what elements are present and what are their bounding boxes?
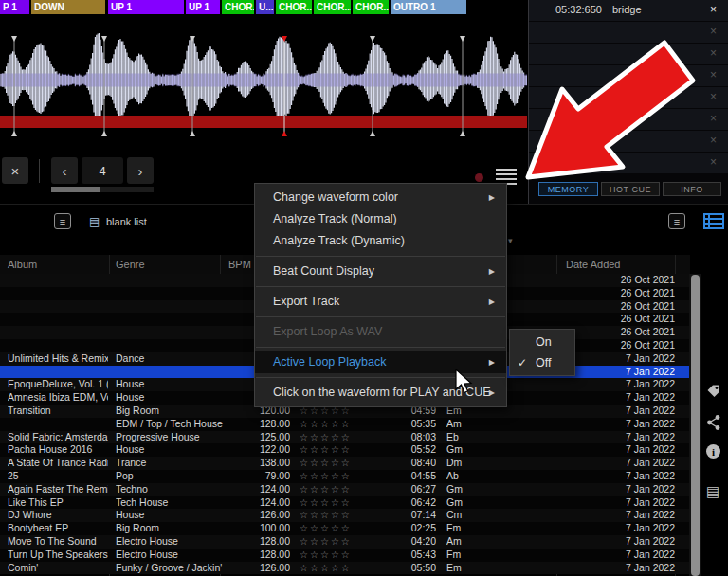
rating-stars[interactable]: ☆☆☆☆☆ xyxy=(300,549,379,562)
phrase-marker[interactable]: CHOR... xyxy=(276,0,312,14)
cell-time: 04:20 xyxy=(381,535,436,549)
phrase-marker[interactable]: UP 1 xyxy=(108,0,184,14)
delete-cue-icon[interactable]: × xyxy=(710,134,717,147)
table-row[interactable]: Like This EPTech House124.00☆☆☆☆☆06:42Gm… xyxy=(0,496,690,510)
playlist-name[interactable]: blank list xyxy=(106,216,147,227)
tab-memory[interactable]: MEMORY xyxy=(538,182,598,196)
tab-hot-cue[interactable]: HOT CUE xyxy=(601,182,660,196)
table-row[interactable]: Comin'Funky / Groove / Jackin'126.00☆☆☆☆… xyxy=(0,562,690,575)
phrase-marker[interactable]: OUTRO 1 xyxy=(391,0,466,14)
phrase-marker[interactable]: DOWN xyxy=(31,0,105,14)
memory-cue-row[interactable]: × xyxy=(529,44,728,64)
delete-cue-icon[interactable]: × xyxy=(710,112,717,125)
menu-item-active-loop-playback[interactable]: Active Loop Playback▶ xyxy=(255,351,506,373)
table-row[interactable]: Again Faster The RemixTechno124.00☆☆☆☆☆0… xyxy=(0,483,690,496)
rating-stars[interactable]: ☆☆☆☆☆ xyxy=(300,470,379,483)
column-header-album[interactable]: Album xyxy=(8,259,37,270)
cell-date: 7 Jan 2022 xyxy=(559,522,675,535)
phrase-bar: P 1DOWNUP 1UP 1CHOR...U...CHOR...CHOR...… xyxy=(0,0,528,14)
submenu-item-off[interactable]: ✓Off xyxy=(510,352,574,373)
menu-item-click-on-the-waveform-for-play-and-cue[interactable]: Click on the waveform for PLAY and CUE▶ xyxy=(255,382,506,404)
delete-cue-icon[interactable]: × xyxy=(710,3,717,16)
tab-info[interactable]: INFO xyxy=(663,182,721,196)
menu-item-export-track[interactable]: Export Track▶ xyxy=(255,291,506,313)
table-row[interactable]: Turn Up The SpeakersElectro House128.00☆… xyxy=(0,549,690,562)
menu-item-change-waveform-color[interactable]: Change waveform color▶ xyxy=(255,187,506,208)
rating-stars[interactable]: ☆☆☆☆☆ xyxy=(300,509,379,522)
info-icon[interactable]: i xyxy=(706,444,720,459)
phrase-marker[interactable]: CHOR... xyxy=(222,0,254,14)
scrollbar-thumb[interactable] xyxy=(691,275,700,576)
submenu-item-label: On xyxy=(536,335,552,349)
cell-date: 7 Jan 2022 xyxy=(559,549,675,562)
delete-cue-icon[interactable]: × xyxy=(710,68,717,81)
memory-cue-row[interactable]: × xyxy=(529,153,728,173)
phrase-marker[interactable]: U... xyxy=(256,0,274,14)
phrase-marker[interactable]: P 1 xyxy=(0,0,29,14)
rating-stars[interactable]: ☆☆☆☆☆ xyxy=(300,535,379,549)
phrase-marker[interactable]: CHOR... xyxy=(314,0,351,14)
delete-cue-icon[interactable]: × xyxy=(710,155,717,169)
cell-date: 7 Jan 2022 xyxy=(559,443,675,457)
menu-item-analyze-track-dynamic[interactable]: Analyze Track (Dynamic) xyxy=(255,230,506,252)
rating-stars[interactable]: ☆☆☆☆☆ xyxy=(300,496,379,510)
menu-separator xyxy=(256,286,505,287)
column-header-date-added[interactable]: Date Added xyxy=(566,259,621,270)
cell-key: Gm xyxy=(446,443,479,457)
memory-cue-row[interactable]: 05:32:650bridge× xyxy=(529,0,728,21)
submenu-item-on[interactable]: On xyxy=(510,332,574,352)
memory-cue-row[interactable]: × xyxy=(529,22,728,43)
rating-stars[interactable]: ☆☆☆☆☆ xyxy=(300,418,379,431)
next-page-button[interactable]: › xyxy=(127,157,154,184)
share-icon[interactable] xyxy=(706,414,721,431)
rating-stars[interactable]: ☆☆☆☆☆ xyxy=(300,483,379,496)
prev-page-button[interactable]: ‹ xyxy=(51,157,78,184)
table-row[interactable]: 25Pop79.00☆☆☆☆☆04:55Ab7 Jan 2022 xyxy=(0,470,690,483)
table-row[interactable]: A State Of Trance RadioTrance138.00☆☆☆☆☆… xyxy=(0,457,690,470)
phrase-marker[interactable]: UP 1 xyxy=(186,0,220,14)
text-list-icon[interactable]: ≡ xyxy=(668,213,685,229)
memory-cue-row[interactable]: × xyxy=(529,65,728,86)
menu-item-analyze-track-normal[interactable]: Analyze Track (Normal) xyxy=(255,208,506,230)
rating-stars[interactable]: ☆☆☆☆☆ xyxy=(300,431,379,444)
cell-bpm: 124.00 xyxy=(226,483,290,496)
record-indicator-icon xyxy=(475,173,483,182)
phrase-marker[interactable]: CHOR... xyxy=(353,0,389,14)
delete-cue-icon[interactable]: × xyxy=(710,90,717,103)
pager-progress-bar[interactable] xyxy=(51,187,154,192)
waveform-display[interactable] xyxy=(0,17,528,154)
rating-stars[interactable]: ☆☆☆☆☆ xyxy=(300,562,379,575)
rating-stars[interactable]: ☆☆☆☆☆ xyxy=(300,457,379,470)
list-view-icon[interactable]: ≡ xyxy=(54,213,71,229)
cell-album: Like This EP xyxy=(8,496,108,510)
cell-time: 06:27 xyxy=(381,483,436,496)
menu-item-beat-count-display[interactable]: Beat Count Display▶ xyxy=(255,261,506,282)
delete-cue-icon[interactable]: × xyxy=(710,25,717,38)
tag-icon[interactable] xyxy=(706,384,721,399)
table-row[interactable]: Bootybeat EPBig Room100.00☆☆☆☆☆02:25Fm7 … xyxy=(0,522,690,535)
memory-cue-row[interactable]: × xyxy=(529,87,728,108)
keyboard-icon[interactable]: ▤ xyxy=(706,484,719,498)
column-header-bpm[interactable]: BPM xyxy=(228,259,251,270)
table-row[interactable]: Move To The SoundElectro House128.00☆☆☆☆… xyxy=(0,535,690,549)
column-header-genre[interactable]: Genre xyxy=(116,259,145,270)
table-row[interactable]: EDM / Top / Tech House128.00☆☆☆☆☆05:35Am… xyxy=(0,418,690,431)
sort-direction-icon[interactable]: ▾ xyxy=(508,236,513,245)
cell-key: Fm xyxy=(446,549,479,562)
cell-album: Unlimited Hits & Remixe xyxy=(8,352,108,366)
table-row[interactable]: DJ WhoreHouse126.00☆☆☆☆☆07:14Cm7 Jan 202… xyxy=(0,509,690,522)
cue-time: 05:32:650 xyxy=(555,4,602,15)
memory-cue-row[interactable]: × xyxy=(529,109,728,130)
memory-cue-row[interactable]: × xyxy=(529,131,728,152)
menu-separator xyxy=(256,347,505,348)
table-row[interactable]: Pacha House 2016House122.00☆☆☆☆☆05:52Gm7… xyxy=(0,443,690,457)
close-button[interactable]: × xyxy=(2,157,28,184)
cell-time: 05:52 xyxy=(381,443,436,457)
menu-item-export-loop-as-wav: Export Loop As WAV xyxy=(255,321,506,343)
delete-cue-icon[interactable]: × xyxy=(710,46,717,60)
rating-stars[interactable]: ☆☆☆☆☆ xyxy=(300,443,379,457)
cell-date: 7 Jan 2022 xyxy=(559,483,675,496)
rating-stars[interactable]: ☆☆☆☆☆ xyxy=(300,522,379,535)
table-row[interactable]: Solid Fabric: AmsterdamProgressive House… xyxy=(0,431,690,444)
table-view-icon[interactable] xyxy=(703,213,724,229)
